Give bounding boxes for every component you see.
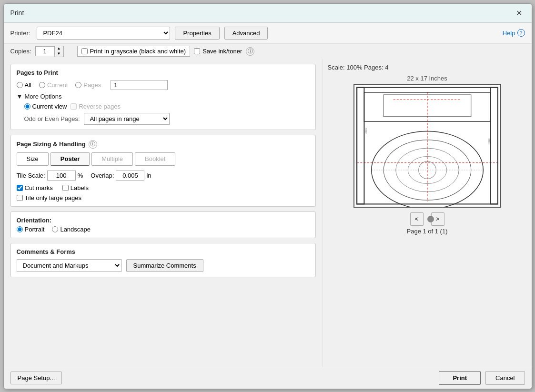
comments-forms-section: Comments & Forms Document and Markups Do…	[10, 243, 316, 277]
nav-row: < >	[410, 212, 444, 226]
preview-scale: Scale: 100% Pages: 4	[328, 64, 389, 71]
pages-radio-text: Pages	[83, 81, 101, 89]
grayscale-checkbox-label[interactable]: Print in grayscale (black and white)	[77, 46, 191, 57]
nav-thumb[interactable]	[427, 216, 434, 222]
save-ink-info-icon[interactable]: ⓘ	[246, 47, 254, 56]
current-radio-label[interactable]: Current	[39, 81, 68, 89]
tile-only-large-label[interactable]: Tile only large pages	[17, 194, 310, 201]
landscape-radio-label[interactable]: Landscape	[52, 226, 91, 233]
poster-row: Tile Scale: % Overlap: in	[17, 171, 310, 181]
orientation-radios: Portrait Landscape	[17, 226, 310, 233]
help-label: Help	[503, 30, 515, 37]
reverse-pages-label[interactable]: Reverse pages	[71, 103, 120, 110]
more-options-toggle[interactable]: ▼ More Options	[17, 93, 310, 100]
page-sizing-title: Page Sizing & Handling	[17, 141, 86, 148]
labels-label[interactable]: Labels	[62, 184, 89, 191]
current-view-radio[interactable]	[24, 103, 30, 110]
sizing-tabs: Size Poster Multiple Booklet	[17, 152, 310, 166]
all-radio[interactable]	[17, 82, 23, 88]
preview-size-label: 22 x 17 Inches	[407, 75, 447, 82]
left-panel: Pages to Print All Current Pages	[4, 59, 323, 367]
grayscale-checkbox[interactable]	[81, 48, 88, 54]
arrow-icon: ▼	[17, 93, 23, 100]
odd-even-label: Odd or Even Pages:	[24, 115, 80, 122]
advanced-button[interactable]: Advanced	[224, 27, 268, 40]
orientation-title: Orientation:	[17, 217, 52, 224]
cut-marks-checkbox[interactable]	[17, 185, 23, 191]
tab-multiple[interactable]: Multiple	[91, 152, 133, 166]
page-setup-button[interactable]: Page Setup...	[10, 372, 62, 384]
svg-text:ORCH: ORCH	[487, 138, 490, 144]
landscape-label: Landscape	[60, 226, 91, 233]
tile-only-large-text: Tile only large pages	[25, 194, 81, 201]
pages-radio[interactable]	[75, 82, 81, 88]
portrait-label: Portrait	[25, 226, 45, 233]
odd-even-select[interactable]: All pages in range Odd pages only Even p…	[84, 113, 170, 125]
page-info: Page 1 of 1 (1)	[407, 228, 448, 235]
properties-button[interactable]: Properties	[175, 27, 219, 40]
printer-toolbar: Printer: PDF24 Properties Advanced Help …	[4, 23, 532, 44]
prev-page-button[interactable]: <	[410, 212, 424, 226]
dialog-title: Print	[10, 9, 24, 17]
labels-checkbox[interactable]	[62, 185, 69, 191]
tab-size[interactable]: Size	[17, 152, 49, 166]
cut-marks-label[interactable]: Cut marks	[17, 184, 53, 191]
overlap-group: Overlap: in	[91, 171, 151, 181]
copies-label: Copies:	[10, 48, 31, 55]
landscape-radio[interactable]	[52, 226, 58, 232]
grayscale-label-text: Print in grayscale (black and white)	[90, 48, 186, 55]
forms-row: Document and Markups Document Form Field…	[17, 259, 310, 272]
print-dialog: Print ✕ Printer: PDF24 Properties Advanc…	[3, 3, 532, 389]
help-link[interactable]: Help ?	[503, 29, 525, 37]
preview-svg: ORCH ORCH	[354, 85, 500, 207]
pages-range-input[interactable]	[111, 80, 168, 90]
page-sizing-info-icon[interactable]: ⓘ	[89, 140, 97, 149]
print-button[interactable]: Print	[439, 371, 481, 385]
save-ink-checkbox-label[interactable]: Save ink/toner	[194, 48, 242, 55]
reverse-pages-text: Reverse pages	[79, 103, 120, 110]
odd-even-row: Odd or Even Pages: All pages in range Od…	[24, 113, 310, 125]
tab-booklet[interactable]: Booklet	[135, 152, 175, 166]
main-content: Pages to Print All Current Pages	[4, 59, 532, 367]
save-ink-checkbox[interactable]	[194, 48, 200, 54]
copies-input[interactable]	[35, 46, 54, 56]
copies-decrement[interactable]: ▼	[55, 51, 63, 57]
pages-radio-label[interactable]: Pages	[75, 81, 101, 89]
portrait-radio[interactable]	[17, 226, 23, 232]
comments-forms-title: Comments & Forms	[17, 248, 310, 255]
copies-row: Copies: ▲ ▼ Print in grayscale (black an…	[4, 44, 532, 59]
tab-poster[interactable]: Poster	[50, 152, 90, 166]
page-sizing-section: Page Sizing & Handling ⓘ Size Poster Mul…	[10, 135, 316, 207]
portrait-radio-label[interactable]: Portrait	[17, 226, 45, 233]
right-panel: Scale: 100% Pages: 4 22 x 17 Inches	[323, 59, 532, 367]
close-button[interactable]: ✕	[513, 8, 525, 19]
cancel-button[interactable]: Cancel	[485, 371, 525, 385]
labels-text: Labels	[71, 184, 89, 191]
current-radio[interactable]	[39, 82, 45, 88]
overlap-input[interactable]	[116, 171, 144, 181]
tile-scale-unit: %	[78, 172, 83, 179]
copies-increment[interactable]: ▲	[55, 46, 63, 51]
current-radio-text: Current	[47, 81, 68, 89]
save-ink-label-text: Save ink/toner	[202, 48, 242, 55]
all-radio-text: All	[25, 81, 31, 89]
more-options-label: More Options	[24, 93, 61, 100]
current-view-radio-label[interactable]: Current view	[24, 103, 67, 110]
copies-input-wrap: ▲ ▼	[35, 46, 64, 57]
copies-spinner: ▲ ▼	[54, 46, 64, 57]
more-options-content: Current view Reverse pages Odd or Even P…	[17, 103, 310, 125]
tile-scale-input[interactable]	[47, 171, 76, 181]
bottom-bar: Page Setup... Print Cancel	[4, 367, 532, 389]
printer-select[interactable]: PDF24	[37, 27, 170, 40]
title-bar: Print ✕	[4, 4, 532, 23]
overlap-label: Overlap:	[91, 172, 114, 179]
printer-label: Printer:	[10, 30, 30, 37]
tile-only-large-checkbox[interactable]	[17, 195, 23, 201]
pages-radio-row: All Current Pages	[17, 80, 310, 90]
summarize-button[interactable]: Summarize Comments	[126, 259, 203, 272]
tile-scale-group: Tile Scale: %	[17, 171, 83, 181]
forms-select[interactable]: Document and Markups Document Form Field…	[17, 259, 121, 272]
all-radio-label[interactable]: All	[17, 81, 31, 89]
reverse-pages-checkbox[interactable]	[71, 103, 77, 110]
pages-to-print-title: Pages to Print	[17, 69, 310, 76]
